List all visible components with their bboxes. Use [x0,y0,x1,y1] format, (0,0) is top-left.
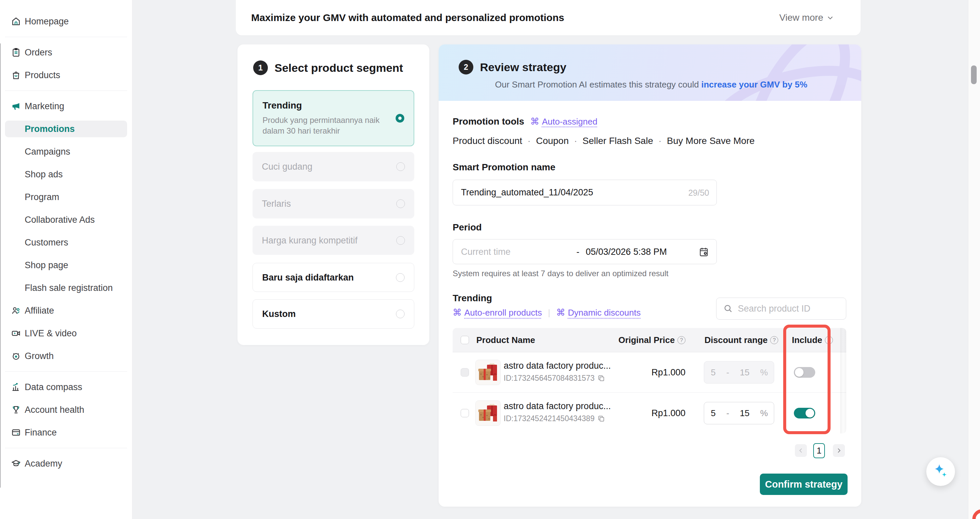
sidebar-item-growth[interactable]: Growth [0,345,132,367]
radio-disabled [396,162,405,171]
sidebar-item-academy[interactable]: Academy [0,452,132,475]
copy-icon[interactable] [597,374,605,382]
period-field[interactable]: Current time - 05/03/2026 5:38 PM [453,239,717,264]
page-number[interactable]: 1 [813,443,825,458]
auto-assigned-link[interactable]: ⌘ Auto-assigned [530,117,597,127]
gmv-increase-link[interactable]: increase your GMV by 5% [701,80,807,89]
sidebar-item-account-health[interactable]: Account health [0,398,132,421]
trophy-icon [11,405,21,415]
sidebar-item-homepage[interactable]: Homepage [0,10,132,33]
page-scrollbar[interactable] [968,0,980,519]
review-strategy-banner: 2 Review strategy Our Smart Promotion AI… [439,45,861,101]
trending-section-title: Trending [453,293,492,303]
sidebar-item-label: Shop ads [25,169,63,180]
sparkle-knot-icon: ⌘ [530,117,539,126]
promo-banner: Maximize your GMV with automated and per… [236,0,861,35]
next-page-button[interactable] [833,444,845,457]
help-icon[interactable]: ? [678,336,686,344]
sidebar-item-label: Collaborative Ads [25,215,95,225]
sidebar-item-affiliate[interactable]: Affiliate [0,299,132,322]
bar-chart-icon [11,382,21,392]
product-name: astro data factory produc... [504,361,611,371]
growth-icon [11,351,21,361]
product-search-box [716,297,846,319]
sidebar-item-label: Customers [25,238,68,248]
select-all-checkbox[interactable] [461,336,469,344]
discount-min: 5 [711,367,716,378]
option-label: Terlaris [262,199,291,209]
toggle-knob [795,368,803,377]
sidebar-item-shop-ads[interactable]: Shop ads [0,163,132,186]
segment-option-trending[interactable]: Trending Produk yang permintaannya naik … [253,90,414,146]
discount-range-input[interactable]: 5 - 15 % [704,402,774,424]
promotion-name-input[interactable] [453,180,716,205]
sidebar-item-collaborative-ads[interactable]: Collaborative Ads [0,208,132,231]
confirm-strategy-button[interactable]: Confirm strategy [760,474,848,495]
sidebar-item-label: Affiliate [25,306,54,316]
table-row: astro data factory produc... ID:17324524… [453,393,846,433]
sidebar-item-label: Orders [25,48,52,58]
home-icon [11,16,21,26]
search-input[interactable] [716,298,846,319]
prev-page-button[interactable] [795,444,807,457]
range-separator: - [726,408,729,418]
search-icon [723,303,733,314]
sidebar-item-label: Account health [25,405,84,415]
col-discount-range: Discount range ? [705,335,778,345]
include-toggle-on[interactable] [794,408,815,418]
affiliate-icon [11,306,21,316]
row-checkbox[interactable] [461,409,469,417]
graduation-cap-icon [11,458,21,469]
chevron-down-icon [827,14,834,21]
view-more-button[interactable]: View more [779,0,834,35]
include-toggle-off[interactable] [794,367,815,378]
sidebar-item-program[interactable]: Program [0,186,132,208]
range-separator: - [726,367,729,378]
sidebar-item-label: LIVE & video [25,328,77,339]
segment-option-baru-saja-didaftarkan[interactable]: Baru saja didaftarkan [253,263,414,292]
radio-unselected[interactable] [396,273,405,282]
product-image [475,360,501,385]
segment-option-terlaris: Terlaris [253,189,414,219]
segment-title: Select product segment [275,61,403,75]
segment-option-kustom[interactable]: Kustom [253,299,414,329]
sidebar-item-finance[interactable]: Finance [0,421,132,444]
dynamic-discounts-link[interactable]: ⌘ Dynamic discounts [556,308,640,318]
help-icon[interactable]: ? [825,336,833,344]
product-table: Product Name Original Price ? Discount r… [453,328,846,433]
sidebar-item-promotions[interactable]: Promotions [0,118,132,140]
scrollbar-thumb[interactable] [971,65,977,84]
copy-icon[interactable] [597,415,605,423]
radio-unselected[interactable] [396,310,405,318]
char-counter: 29/50 [688,188,709,197]
auto-enroll-link[interactable]: ⌘ Auto-enroll products [453,308,542,318]
sidebar-item-marketing[interactable]: Marketing [0,95,132,118]
sidebar-item-flash-sale-registration[interactable]: Flash sale registration [0,276,132,299]
promotion-tools-row: Promotion tools ⌘ Auto-assigned [453,116,597,127]
sidebar-item-live-video[interactable]: LIVE & video [0,322,132,345]
product-name: astro data factory produc... [504,401,611,412]
orders-icon [11,48,21,57]
option-description: Produk yang permintaannya naik dalam 30 … [262,115,383,136]
sidebar-item-products[interactable]: Products [0,64,132,86]
toggle-knob [805,409,814,417]
step-1-badge: 1 [253,61,268,75]
table-scrollbar[interactable] [840,328,846,433]
sidebar-item-shop-page[interactable]: Shop page [0,254,132,276]
sidebar-item-data-compass[interactable]: Data compass [0,376,132,398]
sidebar-item-label: Academy [25,458,62,469]
sidebar: Homepage Orders Products Marketing Promo… [0,0,132,519]
discount-unit: % [760,367,768,378]
ai-assistant-button[interactable] [926,457,955,486]
sidebar-item-campaigns[interactable]: Campaigns [0,140,132,163]
calendar-icon[interactable] [698,246,709,257]
sparkle-knot-icon: ⌘ [556,308,565,317]
help-icon[interactable]: ? [770,336,778,344]
sidebar-item-orders[interactable]: Orders [0,41,132,64]
product-id: ID:1732452421450434389 [504,414,594,423]
sidebar-item-customers[interactable]: Customers [0,231,132,254]
view-more-label: View more [779,12,823,23]
name-label: Smart Promotion name [453,162,555,172]
original-price: Rp1.000 [651,367,686,378]
radio-selected[interactable] [396,114,404,123]
